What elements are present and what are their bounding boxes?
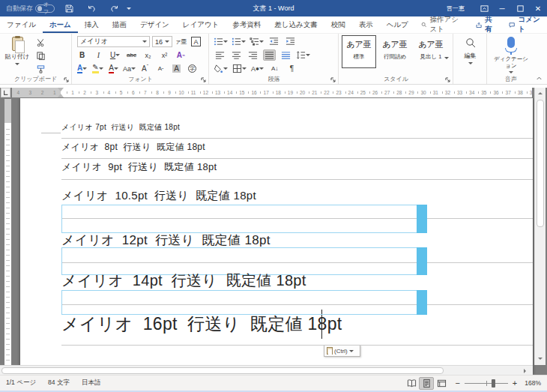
horizontal-scrollbar-thumb[interactable]	[1, 367, 444, 374]
enclose-character-button[interactable]: 字	[186, 63, 199, 74]
borders-button[interactable]	[232, 63, 247, 74]
styles-dialog-launcher[interactable]	[445, 76, 451, 82]
align-left-button[interactable]	[214, 49, 226, 61]
vertical-scrollbar-thumb[interactable]	[537, 100, 544, 227]
document-page[interactable]: (Ctrl) メイリオ 7pt 行送り 既定値 18ptメイリオ 8pt 行送り…	[20, 98, 533, 375]
ribbon-display-options-button[interactable]	[475, 0, 493, 16]
share-button[interactable]: 共有	[469, 16, 502, 33]
tab-9[interactable]: 表示	[352, 16, 380, 33]
copy-button[interactable]	[34, 50, 47, 61]
highlight-button[interactable]: ✎	[91, 63, 104, 74]
paste-options-button[interactable]: (Ctrl)	[324, 345, 360, 357]
increase-indent-button[interactable]	[284, 36, 297, 47]
comments-button[interactable]: コメント	[502, 16, 547, 33]
redo-button[interactable]	[106, 1, 122, 15]
vertical-scrollbar[interactable]	[534, 88, 546, 365]
quick-access-caret-icon[interactable]	[127, 7, 131, 12]
font-size-select[interactable]: 16	[152, 36, 172, 47]
text-effects-color-button[interactable]: A	[76, 63, 88, 74]
superscript-button[interactable]: x²	[158, 49, 171, 61]
editing-button[interactable]: 編集	[454, 37, 486, 68]
scroll-up-button[interactable]	[535, 88, 546, 98]
numbering-button[interactable]	[232, 36, 246, 47]
show-marks-button[interactable]: ¶	[285, 63, 298, 74]
read-mode-button[interactable]	[404, 377, 419, 390]
tab-selector[interactable]	[1, 88, 10, 97]
vertical-ruler[interactable]	[4, 99, 11, 366]
tab-10[interactable]: ヘルプ	[380, 16, 415, 33]
dictation-button[interactable]: ディクテーション	[488, 37, 534, 77]
print-layout-button[interactable]	[419, 377, 434, 390]
tab-0[interactable]: ファイル	[0, 16, 43, 33]
user-name[interactable]: 晋一恵	[447, 4, 465, 13]
shrink-font-button[interactable]: Aˇ	[154, 63, 167, 74]
underline-button[interactable]: U	[109, 49, 121, 61]
multilevel-list-button[interactable]	[250, 36, 264, 47]
cut-button[interactable]	[34, 37, 47, 48]
distribute-button[interactable]	[279, 49, 292, 61]
horizontal-ruler[interactable]: 4321123456789101112131415161718192021222…	[12, 88, 532, 97]
asian-layout-button[interactable]: A✱	[251, 63, 264, 74]
style-card-2[interactable]: あア亜見出し 1	[414, 35, 448, 68]
bullets-button[interactable]	[214, 36, 228, 47]
word-count[interactable]: 84 文字	[42, 379, 76, 388]
page-count[interactable]: 1/1 ページ	[0, 379, 42, 388]
font-dialog-launcher[interactable]	[201, 76, 207, 82]
web-layout-button[interactable]	[434, 377, 449, 390]
italic-button[interactable]: I	[92, 49, 105, 61]
line-spacing-marker-0[interactable]	[61, 205, 427, 233]
line-spacing-marker-2[interactable]	[61, 290, 427, 315]
scroll-right-button[interactable]	[519, 366, 530, 375]
tab-4[interactable]: デザイン	[133, 16, 176, 33]
scroll-down-button[interactable]	[535, 353, 546, 364]
justify-button[interactable]	[263, 49, 276, 61]
tab-2[interactable]: 挿入	[78, 16, 106, 33]
text-effects-button[interactable]: A⌁	[175, 49, 187, 61]
save-button[interactable]	[61, 1, 77, 15]
close-button[interactable]: ✕	[529, 0, 547, 16]
paste-button[interactable]: 貼り付け	[4, 36, 31, 76]
format-painter-button[interactable]	[34, 64, 47, 75]
tab-7[interactable]: 差し込み文書	[268, 16, 324, 33]
zoom-out-button[interactable]: −	[455, 379, 459, 388]
zoom-percentage[interactable]: 168%	[525, 379, 547, 387]
subscript-button[interactable]: x₂	[142, 49, 154, 61]
zoom-slider-thumb[interactable]	[492, 379, 495, 388]
tab-1-active[interactable]: ホーム	[43, 16, 78, 33]
styles-more-button[interactable]	[444, 57, 449, 61]
tab-5[interactable]: レイアウト	[176, 16, 226, 33]
paragraph-dialog-launcher[interactable]	[330, 76, 336, 82]
style-card-0[interactable]: あア亜標準	[342, 35, 376, 68]
clipboard-dialog-launcher[interactable]	[64, 76, 70, 82]
search-assist[interactable]: 操作アシスト	[415, 16, 469, 33]
align-center-button[interactable]	[230, 49, 243, 61]
line-spacing-button[interactable]	[296, 49, 310, 61]
align-right-button[interactable]	[247, 49, 259, 61]
tab-8[interactable]: 校閲	[324, 16, 352, 33]
font-name-select[interactable]: メイリオ	[77, 36, 150, 47]
strikethrough-button[interactable]: abc	[125, 49, 138, 61]
style-card-1[interactable]: あア亜行間詰め	[378, 35, 412, 68]
shading-button[interactable]	[214, 63, 228, 74]
bold-button[interactable]: B	[76, 49, 88, 61]
maximize-button[interactable]	[511, 0, 529, 16]
autosave-toggle[interactable]: 自動保存 オフ	[6, 4, 55, 13]
character-border-button[interactable]: A	[190, 36, 202, 47]
undo-button[interactable]	[83, 1, 100, 15]
first-line-indent-marker[interactable]	[58, 88, 64, 91]
phonetic-guide-button[interactable]: ァ亜	[175, 36, 187, 47]
tab-3[interactable]: 描画	[106, 16, 133, 33]
minimize-button[interactable]: ─	[493, 0, 511, 16]
decrease-indent-button[interactable]	[268, 36, 280, 47]
character-shading-button[interactable]: A	[170, 63, 183, 74]
tab-6[interactable]: 参考資料	[226, 16, 268, 33]
line-spacing-marker-1[interactable]	[61, 247, 427, 275]
zoom-slider[interactable]	[465, 379, 508, 388]
collapse-ribbon-button[interactable]	[534, 73, 544, 82]
language-status[interactable]: 日本語	[76, 379, 107, 388]
zoom-in-button[interactable]: +	[513, 379, 517, 388]
sort-button[interactable]: A↓	[268, 63, 281, 74]
grow-font-button[interactable]: Aˆ	[139, 63, 151, 74]
font-color-button[interactable]: A	[107, 63, 120, 74]
change-case-button[interactable]: Aa	[123, 63, 136, 74]
